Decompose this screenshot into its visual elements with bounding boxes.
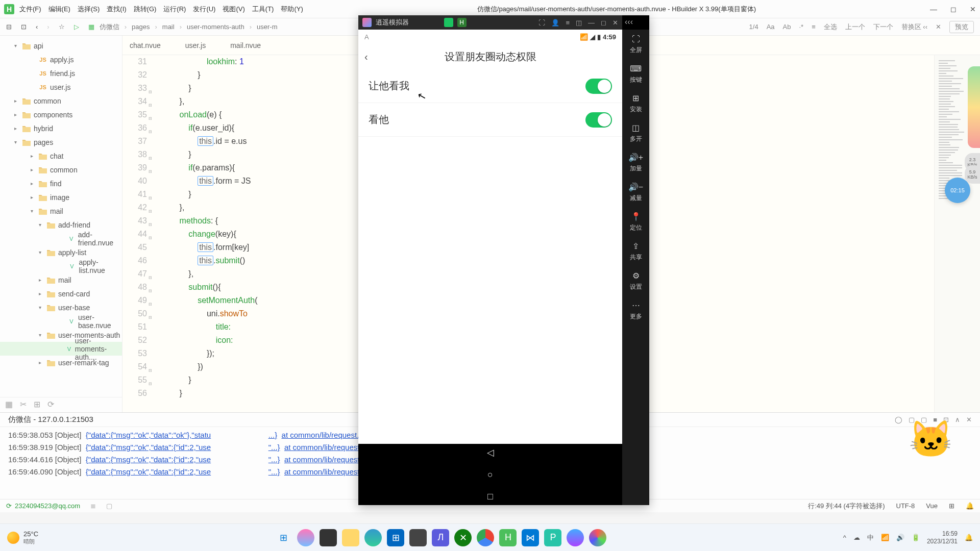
emu-menu-icon[interactable]: ≡	[566, 19, 570, 27]
breadcrumb-2[interactable]: mail	[162, 23, 175, 31]
tree-pages[interactable]: ▾pages	[0, 135, 122, 149]
tray-ime-icon[interactable]: 中	[867, 533, 874, 542]
emu-side-多开[interactable]: ◫多开	[630, 118, 642, 147]
search-next[interactable]: 下一个	[873, 22, 893, 32]
emulator-app1-icon[interactable]	[444, 18, 453, 27]
tab-5[interactable]	[332, 41, 336, 49]
taskbar-app-7[interactable]: Л	[432, 529, 449, 546]
tree-hybrid[interactable]: ▸hybrid	[0, 121, 122, 135]
toggle-lookme[interactable]	[585, 112, 612, 128]
preview-button[interactable]: 预览	[949, 21, 974, 33]
taskbar-app-6[interactable]	[409, 529, 427, 546]
taskbar-hbuilder[interactable]: H	[499, 529, 517, 546]
nav-home-circle-icon[interactable]: ○	[487, 469, 493, 480]
menu-run[interactable]: 运行(R)	[163, 5, 186, 14]
taskbar-explorer[interactable]	[342, 529, 359, 546]
start-button[interactable]: ⊞	[275, 529, 292, 546]
menu-select[interactable]: 选择(S)	[78, 5, 100, 14]
emu-window-icon[interactable]: ◫	[576, 19, 582, 27]
menu-file[interactable]: 文件(F)	[19, 5, 41, 14]
tree-apply-list[interactable]: ▾apply-list	[0, 245, 122, 259]
tree-user.js[interactable]: JSuser.js	[0, 80, 122, 94]
tab-1[interactable]: user.js	[183, 37, 208, 54]
emu-fullscreen-icon[interactable]: ⛶	[538, 19, 545, 27]
tab-3[interactable]	[283, 41, 287, 49]
tray-battery-icon[interactable]: 🔋	[912, 534, 920, 541]
tree-common[interactable]: ▸common	[0, 94, 122, 108]
breadcrumb-4[interactable]: user-m	[257, 23, 277, 31]
star-icon[interactable]: ☆	[59, 23, 65, 31]
back-icon[interactable]: ‹	[364, 51, 380, 63]
search-select-all[interactable]: 全选	[824, 22, 837, 32]
emu-side-加量[interactable]: 🔊+加量	[628, 147, 643, 177]
tab-0[interactable]: chat.nvue	[128, 37, 163, 54]
console-tool-1[interactable]: ◯	[895, 416, 902, 423]
account-label[interactable]: ⟳ 2324094523@qq.com	[6, 502, 80, 510]
tree-common[interactable]: ▸common	[0, 163, 122, 177]
status-ico-grid[interactable]: ⊞	[949, 502, 954, 510]
maximize-button[interactable]: ◻	[950, 5, 957, 13]
menu-edit[interactable]: 编辑(E)	[48, 5, 70, 14]
emu-side-安装[interactable]: ⊞安装	[630, 88, 642, 118]
tray-wifi-icon[interactable]: 📶	[881, 534, 889, 541]
taskbar-vscode[interactable]: ⋈	[522, 529, 539, 546]
tree-friend.js[interactable]: JSfriend.js	[0, 66, 122, 80]
nav-recent-square-icon[interactable]: □	[487, 491, 493, 502]
taskbar-app-2[interactable]	[320, 529, 337, 546]
emu-max-icon[interactable]: ◻	[601, 19, 606, 27]
tree-send-card[interactable]: ▸send-card	[0, 287, 122, 300]
tree-apply.js[interactable]: JSapply.js	[0, 53, 122, 66]
tab-4[interactable]	[308, 41, 312, 49]
status-ico-1[interactable]: ≣	[90, 502, 96, 510]
menu-view[interactable]: 视图(V)	[223, 5, 244, 14]
sb-ico-2[interactable]: ✂	[20, 399, 27, 409]
search-opt-lines[interactable]: ≡	[812, 23, 816, 31]
nav-fwd-icon[interactable]: ›	[47, 23, 49, 31]
tree-apply-list.nvue[interactable]: Vapply-list.nvue	[0, 259, 122, 273]
taskbar-store[interactable]: ⊞	[387, 529, 404, 546]
nav-back-icon[interactable]: ‹	[36, 23, 38, 31]
toolbar-collapse-icon[interactable]: ⊟	[6, 23, 12, 31]
menu-goto[interactable]: 跳转(G)	[134, 5, 157, 14]
menu-find[interactable]: 查找(I)	[107, 5, 126, 14]
mascot-icon[interactable]: 🐱	[909, 418, 960, 469]
run-icon[interactable]: ▷	[74, 23, 79, 31]
sb-ico-4[interactable]: ⟳	[47, 399, 54, 409]
emu-side-定位[interactable]: 📍定位	[630, 207, 642, 236]
console-tool-close[interactable]: ✕	[966, 416, 972, 423]
tree-user-base.nvue[interactable]: Vuser-base.nvue	[0, 314, 122, 328]
emu-user-icon[interactable]: 👤	[551, 19, 559, 27]
taskbar-app-1[interactable]	[297, 529, 314, 546]
toggle-lookhim[interactable]	[585, 79, 612, 94]
language[interactable]: Vue	[926, 502, 938, 510]
search-replace-area[interactable]: 替换区 ‹‹	[901, 22, 927, 32]
tray-volume-icon[interactable]: 🔊	[896, 534, 904, 541]
breadcrumb-0[interactable]: 仿微信	[100, 22, 119, 32]
encoding[interactable]: UTF-8	[896, 502, 915, 510]
tree-components[interactable]: ▸components	[0, 108, 122, 121]
taskbar-app-14[interactable]	[589, 529, 606, 546]
emu-side-全屏[interactable]: ⛶全屏	[630, 30, 642, 59]
taskbar-weather[interactable]: 25°C 晴朗	[7, 530, 38, 545]
tab-2[interactable]: mail.nvue	[228, 37, 263, 54]
minimize-button[interactable]: —	[930, 5, 937, 13]
close-button[interactable]: ✕	[970, 5, 976, 13]
emu-side-设置[interactable]: ⚙设置	[630, 266, 642, 295]
emu-close-icon[interactable]: ✕	[612, 19, 618, 27]
tray-notif-icon[interactable]: 🔔	[965, 534, 973, 541]
tray-chevron-icon[interactable]: ^	[843, 534, 846, 541]
tree-chat[interactable]: ▸chat	[0, 149, 122, 163]
taskbar-clock[interactable]: 16:59 2023/12/31	[927, 530, 958, 545]
menu-help[interactable]: 帮助(Y)	[281, 5, 303, 14]
status-ico-bell[interactable]: 🔔	[966, 502, 974, 510]
emu-side-按键[interactable]: ⌨按键	[630, 59, 642, 88]
taskbar-chrome[interactable]	[477, 529, 494, 546]
search-opt-regex[interactable]: ·*	[799, 23, 803, 31]
sb-ico-3[interactable]: ⊞	[34, 399, 40, 409]
breadcrumb-1[interactable]: pages	[132, 23, 150, 31]
taskbar-xbox[interactable]: ✕	[454, 529, 472, 546]
search-prev[interactable]: 上一个	[845, 22, 865, 32]
search-close[interactable]: ✕	[936, 23, 941, 31]
emu-side-更多[interactable]: ⋯更多	[630, 295, 642, 325]
emu-side-共享[interactable]: ⇪共享	[630, 236, 642, 266]
